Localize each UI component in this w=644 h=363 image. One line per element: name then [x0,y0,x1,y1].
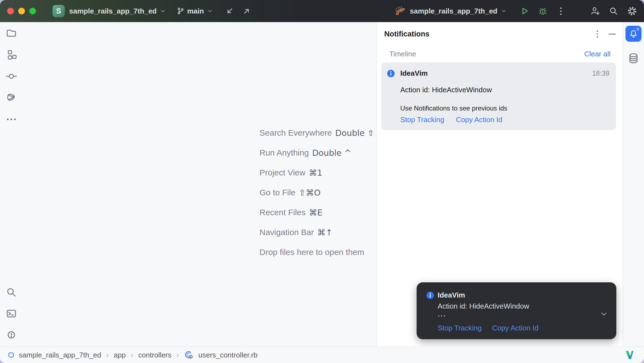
breadcrumb-app[interactable]: app [114,351,126,359]
notifications-tool-button[interactable] [625,26,642,42]
more-tool-windows-button[interactable] [5,113,17,125]
more-vertical-icon [556,7,565,15]
breadcrumb-separator: › [130,351,134,359]
clear-all-link[interactable]: Clear all [584,50,611,58]
hint-go-to-file: Go to File⇧⌘O [259,183,374,202]
timeline-label: Timeline [389,50,416,58]
arrow-up-right-icon [242,6,251,16]
timeline-row: Timeline Clear all [377,46,623,62]
copy-action-id-link[interactable]: Copy Action Id [492,324,539,332]
chevron-down-icon [207,8,213,14]
breadcrumb: sample_rails_app_7th_ed › app › controll… [8,350,258,360]
expand-toast-button[interactable] [600,310,608,318]
info-icon [387,69,395,78]
commit-icon [5,70,17,82]
more-horizontal-icon [7,119,16,120]
add-user-icon [590,6,600,16]
problems-tool-button[interactable] [5,329,17,341]
branch-name[interactable]: main [187,7,204,15]
settings-button[interactable] [627,6,637,16]
titlebar-right-actions: sample_rails_app_7th_ed [394,6,644,16]
breadcrumb-file[interactable]: users_controller.rb [198,351,258,359]
hint-navigation-bar: Navigation Bar⌘↑ [259,222,374,242]
hint-search-everywhere: Search EverywhereDouble ⇧ [259,123,374,143]
services-icon [5,92,17,104]
debug-button[interactable] [538,6,548,16]
bug-icon [538,6,548,16]
terminal-icon [5,307,17,320]
ide-window: S sample_rails_app_7th_ed main [0,0,644,363]
search-icon [5,286,17,298]
search-everywhere-button[interactable] [609,6,619,16]
hint-recent-files: Recent Files⌘E [259,202,374,222]
notification-time: 18:39 [592,69,609,77]
close-window-button[interactable] [7,8,14,14]
rails-logo-icon [394,6,406,16]
notification-dot [636,28,639,31]
hide-panel-button[interactable] [609,34,616,35]
notification-hint: Use Notifications to see previous ids [400,104,507,112]
folder-icon [5,27,17,39]
zoom-window-button[interactable] [29,8,36,14]
branch-widget[interactable]: main [177,7,214,15]
project-square-icon [8,352,14,358]
structure-tool-button[interactable] [5,49,17,61]
editor-empty-hints: Search EverywhereDouble ⇧ Run AnythingDo… [259,123,374,262]
chevron-down-icon [501,8,507,14]
notifications-panel-header: Notifications [377,22,623,46]
status-bar: sample_rails_app_7th_ed › app › controll… [0,346,644,363]
project-widget[interactable]: sample_rails_app_7th_ed [65,7,166,15]
panel-options-button[interactable] [597,30,598,38]
toast-source: IdeaVim [438,291,465,299]
run-configuration-name[interactable]: sample_rails_app_7th_ed [410,7,498,15]
database-tool-button[interactable] [627,52,640,65]
find-tool-button[interactable] [5,286,17,298]
info-icon [426,291,434,299]
notification-card[interactable]: IdeaVim 18:39 Action id: HideActiveWindo… [381,62,616,130]
project-name[interactable]: sample_rails_app_7th_ed [69,7,157,15]
code-with-me-button[interactable] [590,6,600,16]
project-badge[interactable]: S [53,5,65,17]
title-bar: S sample_rails_app_7th_ed main [0,0,644,22]
notification-source: IdeaVim [400,69,428,78]
push-commits-button[interactable] [242,6,251,16]
services-tool-button[interactable] [5,92,17,104]
panel-title: Notifications [384,30,430,38]
hint-run-anything: Run AnythingDouble ^ [259,143,374,163]
toast-ellipsis: ... [438,309,446,318]
stop-tracking-link[interactable]: Stop Tracking [400,115,444,124]
project-tool-button[interactable] [5,27,17,39]
copy-action-id-link[interactable]: Copy Action Id [456,115,502,124]
notification-message: Action id: HideActiveWindow [400,86,492,94]
run-configuration-selector[interactable]: sample_rails_app_7th_ed [394,6,507,16]
update-project-button[interactable] [225,6,234,16]
problems-icon [5,329,17,341]
git-branch-icon [177,7,185,15]
breadcrumb-project[interactable]: sample_rails_app_7th_ed [19,351,101,359]
more-actions-button[interactable] [556,7,565,15]
breadcrumb-separator: › [106,351,109,359]
controller-class-icon [184,350,194,360]
toast-message: Action id: HideActiveWindow [438,302,529,311]
chevron-down-icon [160,8,166,14]
window-controls [7,8,36,14]
gear-icon [627,6,637,16]
play-icon [520,6,529,16]
breadcrumb-separator: › [176,351,180,359]
ideavim-v-icon [625,350,635,360]
stop-tracking-link[interactable]: Stop Tracking [438,324,482,332]
minimize-window-button[interactable] [18,8,25,14]
run-button[interactable] [520,6,529,16]
database-icon [627,52,640,65]
terminal-tool-button[interactable] [5,307,17,320]
notification-toast[interactable]: IdeaVim Action id: HideActiveWindow ... … [417,282,616,339]
structure-icon [5,49,17,61]
breadcrumb-controllers[interactable]: controllers [138,351,172,359]
hint-project-view: Project View⌘1 [259,163,374,183]
commit-tool-button[interactable] [5,70,17,82]
arrow-down-left-icon [225,6,234,16]
ideavim-status-widget[interactable] [625,350,635,360]
search-icon [609,6,619,16]
right-tool-strip [622,22,644,347]
hint-drop-files: Drop files here to open them [259,242,374,262]
